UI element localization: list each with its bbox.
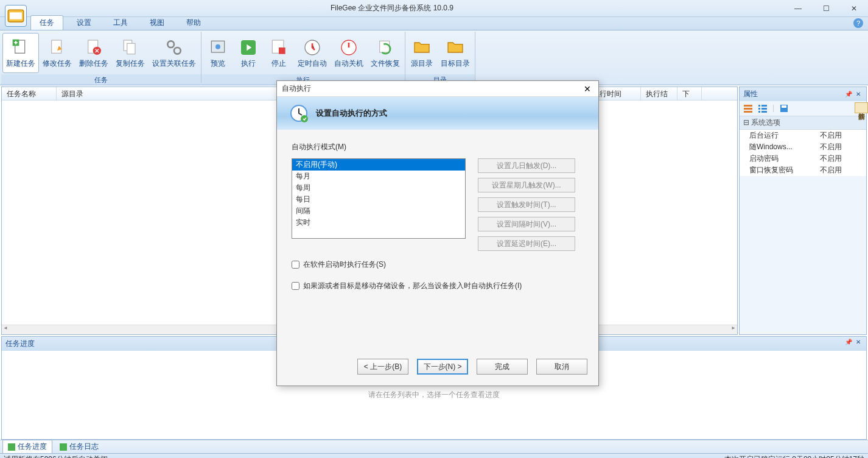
set-weekday-trigger-button[interactable]: 设置星期几触发(W)... (478, 178, 575, 192)
file-restore-button[interactable]: 文件恢复 (367, 33, 404, 73)
col-result[interactable]: 执行结果 (641, 87, 677, 100)
pin-icon[interactable]: 📌 (843, 91, 854, 97)
minimize-button[interactable]: — (784, 0, 812, 17)
svg-rect-15 (279, 48, 285, 54)
preview-button[interactable]: 预览 (203, 33, 233, 73)
dialog-close-button[interactable]: ✕ (581, 84, 593, 94)
finish-button[interactable]: 完成 (477, 359, 528, 375)
relate-task-label: 设置关联任务 (152, 58, 196, 69)
mode-item-interval[interactable]: 间隔 (292, 205, 465, 217)
svg-point-10 (174, 48, 181, 54)
col-task-name[interactable]: 任务名称 (2, 87, 57, 100)
svg-rect-31 (60, 443, 67, 451)
copy-task-label: 复制任务 (116, 58, 145, 69)
list-view-icon[interactable] (758, 104, 768, 113)
dialog-footer: < 上一步(B) 下一步(N) > 完成 取消 (277, 349, 598, 386)
preview-icon (208, 38, 228, 57)
app-icon[interactable] (5, 5, 27, 27)
execute-button[interactable]: 执行 (233, 33, 264, 73)
menu-tab-tools[interactable]: 工具 (105, 16, 136, 30)
next-button[interactable]: 下一步(N) > (417, 359, 468, 375)
category-view-icon[interactable] (743, 104, 753, 113)
mode-item-realtime[interactable]: 实时 (292, 217, 465, 228)
delete-file-icon (84, 38, 103, 57)
prop-row-bg[interactable]: 后台运行不启用 (740, 130, 866, 141)
mode-listbox[interactable]: 不启用(手动) 每月 每周 每日 间隔 实时 (292, 158, 466, 239)
svg-rect-8 (127, 43, 135, 54)
file-restore-label: 文件恢复 (371, 58, 400, 69)
properties-panel: 属性 📌 ✕ | ⊟ 系统选项 后台运行不启用 随Windows...不启用 启… (739, 86, 867, 335)
prop-row-recover[interactable]: 窗口恢复密码不启用 (740, 164, 866, 176)
check-run-on-startup-box[interactable] (292, 261, 299, 269)
dialog-title-bar[interactable]: 自动执行 ✕ (277, 81, 598, 97)
stop-button[interactable]: 停止 (264, 33, 294, 73)
stop-label: 停止 (271, 58, 286, 69)
check-removable-device[interactable]: 如果源或者目标是移动存储设备，那么当设备接入时自动执行任务(I) (292, 281, 584, 291)
new-file-icon (11, 38, 30, 57)
svg-rect-4 (52, 40, 61, 53)
svg-rect-29 (782, 105, 786, 108)
mode-item-daily[interactable]: 每日 (292, 194, 465, 205)
panel-close-icon[interactable]: ✕ (854, 91, 863, 97)
progress-tab-icon (8, 443, 15, 451)
delete-task-label: 删除任务 (79, 58, 108, 69)
mode-item-monthly[interactable]: 每月 (292, 171, 465, 182)
col-next[interactable]: 下次 (677, 87, 702, 100)
set-delay-button[interactable]: 设置延迟时间(E)... (478, 236, 575, 251)
dialog-banner-text: 设置自动执行的方式 (316, 108, 387, 119)
svg-rect-27 (761, 111, 767, 113)
save-icon[interactable] (779, 104, 789, 113)
properties-title: 属性 📌 ✕ (740, 87, 866, 101)
new-task-button[interactable]: 新建任务 (2, 33, 39, 73)
log-tab-icon (60, 443, 67, 451)
progress-pin-icon[interactable]: 📌 (843, 339, 854, 349)
trigger-buttons: 设置几日触发(D)... 设置星期几触发(W)... 设置触发时间(T)... … (478, 158, 575, 251)
svg-rect-24 (758, 108, 760, 110)
svg-point-12 (215, 44, 220, 49)
check-removable-device-box[interactable] (292, 282, 299, 290)
svg-rect-21 (744, 111, 752, 113)
help-icon[interactable]: ? (853, 18, 863, 28)
menu-tab-view[interactable]: 视图 (141, 16, 173, 30)
set-time-trigger-button[interactable]: 设置触发时间(T)... (478, 197, 575, 212)
source-dir-label: 源目录 (411, 58, 433, 69)
auto-shutdown-button[interactable]: 自动关机 (331, 33, 367, 73)
svg-rect-22 (758, 105, 760, 107)
properties-section[interactable]: ⊟ 系统选项 (740, 116, 866, 130)
cancel-button[interactable]: 取消 (536, 359, 587, 375)
tab-progress[interactable]: 任务进度 (2, 440, 52, 454)
prev-button[interactable]: < 上一步(B) (357, 359, 408, 375)
auto-schedule-button[interactable]: 定时自动 (294, 33, 331, 73)
play-icon (239, 38, 258, 57)
clock-banner-icon (289, 104, 309, 123)
menu-tab-settings[interactable]: 设置 (68, 16, 100, 30)
prop-row-password[interactable]: 启动密码不启用 (740, 153, 866, 164)
set-interval-button[interactable]: 设置间隔时间(V)... (478, 217, 575, 231)
progress-close-icon[interactable]: ✕ (854, 339, 863, 349)
bottom-tabs: 任务进度 任务日志 (0, 440, 868, 453)
check-run-on-startup[interactable]: 在软件启动时执行任务(S) (292, 259, 584, 270)
maximize-button[interactable]: ☐ (812, 0, 840, 17)
properties-toolbar: | (740, 101, 866, 116)
preview-label: 预览 (211, 58, 225, 69)
title-bar: FileGee 企业文件同步备份系统 10.0.9 — ☐ ✕ (0, 0, 868, 17)
auto-shutdown-label: 自动关机 (334, 58, 363, 69)
target-dir-button[interactable]: 目标目录 (437, 33, 474, 73)
prop-row-windows[interactable]: 随Windows...不启用 (740, 141, 866, 153)
tab-log[interactable]: 任务日志 (55, 440, 103, 453)
delete-task-button[interactable]: 删除任务 (75, 33, 112, 73)
edit-file-icon (47, 38, 67, 57)
properties-title-text: 属性 (743, 89, 843, 99)
mode-item-weekly[interactable]: 每周 (292, 182, 465, 194)
source-dir-button[interactable]: 源目录 (407, 33, 437, 73)
set-day-trigger-button[interactable]: 设置几日触发(D)... (478, 158, 575, 173)
edit-task-button[interactable]: 修改任务 (39, 33, 75, 73)
menu-bar: 任务 设置 工具 视图 帮助 ? (0, 17, 868, 30)
menu-tab-help[interactable]: 帮助 (178, 16, 209, 30)
relate-task-button[interactable]: 设置关联任务 (149, 33, 200, 73)
copy-task-button[interactable]: 复制任务 (112, 33, 149, 73)
close-button[interactable]: ✕ (840, 0, 868, 17)
news-sidebar-tab[interactable]: 软件新闻 (855, 102, 868, 113)
mode-item-manual[interactable]: 不启用(手动) (292, 159, 465, 171)
menu-tab-task[interactable]: 任务 (30, 15, 63, 30)
